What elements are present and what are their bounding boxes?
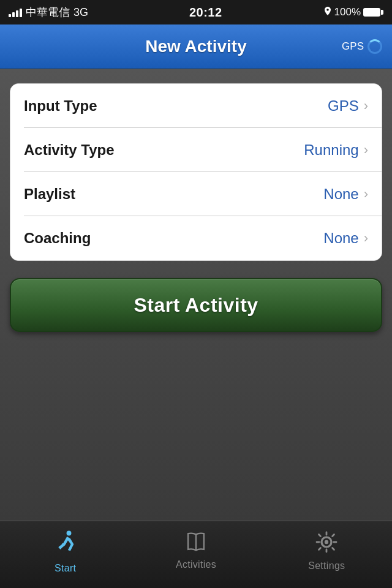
playlist-right: None ›	[323, 186, 368, 203]
tab-activities[interactable]: Activities	[130, 527, 261, 570]
nav-bar: New Activity GPS	[0, 24, 392, 69]
main-content: Input Type GPS › Activity Type Running ›…	[0, 69, 392, 521]
playlist-value: None	[323, 186, 358, 203]
tab-settings[interactable]: Settings	[262, 527, 392, 571]
playlist-chevron-icon: ›	[364, 186, 368, 202]
gps-indicator: GPS	[342, 39, 382, 54]
start-activity-button[interactable]: Start Activity	[10, 278, 382, 332]
location-icon	[323, 7, 332, 18]
svg-point-3	[325, 540, 328, 544]
playlist-label: Playlist	[24, 186, 75, 203]
battery-icon	[363, 8, 383, 17]
activity-type-label: Activity Type	[24, 141, 115, 159]
running-icon	[53, 530, 78, 559]
playlist-row[interactable]: Playlist None ›	[10, 172, 382, 216]
coaching-label: Coaching	[24, 230, 91, 247]
signal-bars	[9, 7, 22, 17]
tab-bar: Start Activities Settings	[0, 521, 392, 588]
coaching-value: None	[323, 230, 358, 247]
tab-settings-label: Settings	[308, 560, 345, 571]
settings-table: Input Type GPS › Activity Type Running ›…	[10, 83, 382, 261]
page-title: New Activity	[145, 37, 246, 56]
input-type-row[interactable]: Input Type GPS ›	[10, 84, 382, 128]
gps-label: GPS	[342, 40, 364, 53]
input-type-value: GPS	[328, 97, 359, 115]
input-type-label: Input Type	[24, 97, 97, 115]
battery-percent: 100%	[334, 6, 361, 18]
gps-spinner-icon	[368, 39, 382, 54]
coaching-right: None ›	[323, 230, 368, 247]
status-time: 20:12	[189, 6, 222, 20]
tab-activities-label: Activities	[176, 559, 216, 570]
status-right: 100%	[323, 6, 383, 18]
activity-type-right: Running ›	[304, 141, 368, 159]
gear-icon	[314, 530, 339, 557]
coaching-row[interactable]: Coaching None ›	[10, 216, 382, 260]
activity-type-row[interactable]: Activity Type Running ›	[10, 128, 382, 172]
status-bar: 中華電信 3G 20:12 100%	[0, 0, 392, 24]
coaching-chevron-icon: ›	[364, 230, 368, 246]
activity-type-value: Running	[304, 141, 358, 159]
activity-type-chevron-icon: ›	[364, 142, 368, 158]
book-icon	[184, 530, 208, 556]
svg-point-0	[66, 531, 71, 536]
input-type-chevron-icon: ›	[364, 98, 368, 114]
tab-start[interactable]: Start	[0, 527, 130, 574]
input-type-right: GPS ›	[328, 97, 368, 115]
carrier-label: 中華電信	[26, 5, 70, 20]
tab-start-label: Start	[55, 563, 76, 574]
network-label: 3G	[74, 6, 88, 19]
status-left: 中華電信 3G	[9, 5, 88, 20]
